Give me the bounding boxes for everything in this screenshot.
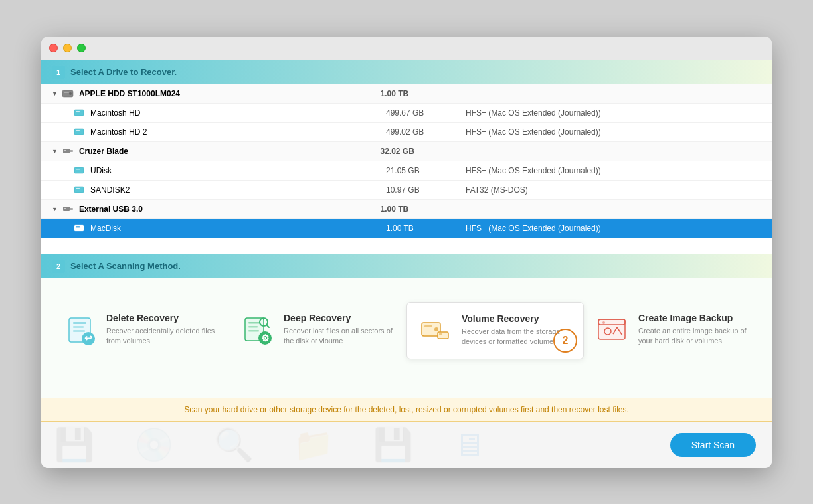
- svg-rect-18: [76, 226, 80, 228]
- bg-icon-6: 🖥: [453, 426, 485, 463]
- svg-rect-3: [74, 110, 84, 116]
- create-image-icon: [594, 313, 629, 347]
- volume-icon: [73, 107, 85, 119]
- close-button[interactable]: [49, 44, 58, 52]
- expand-icon: ▼: [52, 90, 58, 97]
- volume-recovery-icon: [418, 313, 452, 348]
- drive-size: 499.67 GB: [386, 108, 466, 118]
- drive-name: UDisk: [90, 166, 386, 175]
- section1-number: 1: [52, 66, 65, 79]
- drive-name: APPLE HDD ST1000LM024: [79, 89, 381, 98]
- section2-number: 2: [52, 260, 65, 273]
- svg-text:⚙: ⚙: [261, 333, 270, 343]
- drive-row[interactable]: Macintosh HD 2 499.02 GB HFS+ (Mac OS Ex…: [41, 123, 772, 142]
- svg-rect-15: [70, 208, 73, 210]
- bottom-bar: 💾 💿 🔍 📁 💾 🖥 Start Scan: [41, 422, 772, 468]
- svg-point-41: [602, 321, 605, 324]
- drive-name: SANDISK2: [90, 185, 386, 195]
- drive-name: Macintosh HD: [90, 108, 386, 118]
- drive-row[interactable]: ▼ Cruzer Blade 32.02 GB: [41, 142, 772, 161]
- drive-row[interactable]: UDisk 21.05 GB HFS+ (Mac OS Extended (Jo…: [41, 161, 772, 181]
- svg-rect-8: [70, 150, 73, 152]
- drive-row-selected[interactable]: MacDisk 1.00 TB HFS+ (Mac OS Extended (J…: [41, 219, 772, 238]
- method-volume-recovery[interactable]: Volume Recovery Recover data from the st…: [406, 302, 584, 359]
- svg-rect-38: [598, 319, 625, 339]
- usb-icon: [62, 203, 74, 215]
- bg-icon-4: 📁: [294, 426, 333, 463]
- svg-rect-12: [74, 187, 84, 193]
- app-window: 1 Select A Drive to Recover. ▼ APPLE HDD…: [41, 37, 772, 468]
- svg-rect-11: [76, 169, 80, 170]
- info-text: Scan your hard drive or other storage de…: [184, 405, 629, 414]
- scan-methods-container: ↩ Delete Recovery Recover accidentally d…: [41, 278, 772, 398]
- drive-format: HFS+ (Mac OS Extended (Journaled)): [466, 127, 761, 137]
- svg-rect-34: [424, 325, 432, 327]
- bg-icon-5: 💾: [373, 426, 413, 463]
- svg-point-2: [69, 92, 72, 95]
- method-deep-recovery-wrap: ⚙ Deep Recovery Recover lost files on al…: [229, 302, 406, 359]
- method-title: Deep Recovery: [284, 313, 396, 323]
- drive-row[interactable]: SANDISK2 10.97 GB FAT32 (MS-DOS): [41, 181, 772, 200]
- drive-list: ▼ APPLE HDD ST1000LM024 1.00 TB Macintos: [41, 84, 772, 254]
- method-title: Volume Recovery: [462, 313, 573, 324]
- method-delete-recovery-text: Delete Recovery Recover accidentally del…: [106, 313, 219, 347]
- drive-row[interactable]: ▼ External USB 3.0 1.00 TB: [41, 200, 772, 219]
- svg-rect-26: [248, 322, 260, 324]
- start-scan-button[interactable]: Start Scan: [670, 433, 756, 457]
- drive-size: 1.00 TB: [386, 224, 466, 233]
- svg-rect-10: [74, 167, 84, 173]
- minimize-button[interactable]: [63, 44, 72, 52]
- fullscreen-button[interactable]: [77, 44, 86, 52]
- svg-rect-22: [73, 330, 85, 332]
- method-desc: Recover accidentally deleted files from …: [106, 326, 219, 347]
- methods-grid: ↩ Delete Recovery Recover accidentally d…: [52, 302, 761, 359]
- svg-rect-28: [248, 330, 259, 332]
- svg-rect-21: [73, 326, 84, 328]
- method-deep-recovery-text: Deep Recovery Recover lost files on all …: [284, 313, 396, 347]
- svg-rect-16: [64, 208, 66, 209]
- drive-size: 21.05 GB: [386, 166, 466, 175]
- titlebar: [41, 37, 772, 60]
- svg-rect-17: [74, 225, 84, 231]
- svg-rect-9: [64, 150, 66, 151]
- method-title: Delete Recovery: [106, 313, 219, 323]
- section2-label: Select A Scanning Method.: [70, 261, 181, 271]
- bg-icon-1: 💾: [54, 426, 94, 463]
- volume-icon: [73, 165, 85, 177]
- svg-rect-7: [63, 149, 70, 153]
- svg-text:↩: ↩: [84, 333, 92, 343]
- method-delete-recovery[interactable]: ↩ Delete Recovery Recover accidentally d…: [52, 302, 229, 358]
- spacer: [41, 238, 772, 254]
- drive-row[interactable]: ▼ APPLE HDD ST1000LM024 1.00 TB: [41, 84, 772, 104]
- section1-label: Select A Drive to Recover.: [70, 67, 177, 77]
- method-title: Create Image Backup: [638, 313, 751, 323]
- svg-rect-36: [438, 332, 448, 339]
- method-create-image[interactable]: Create Image Backup Create an entire ima…: [584, 302, 761, 358]
- drive-row[interactable]: Macintosh HD 499.67 GB HFS+ (Mac OS Exte…: [41, 104, 772, 123]
- drive-size: 10.97 GB: [386, 185, 466, 195]
- volume-icon: [73, 126, 85, 138]
- drive-size: 1.00 TB: [380, 205, 460, 214]
- method-volume-recovery-wrap: Volume Recovery Recover data from the st…: [406, 302, 584, 359]
- svg-rect-20: [73, 322, 86, 324]
- expand-icon: ▼: [52, 148, 58, 155]
- method-deep-recovery[interactable]: ⚙ Deep Recovery Recover lost files on al…: [229, 302, 406, 358]
- bottom-bar-background: 💾 💿 🔍 📁 💾 🖥: [41, 422, 772, 468]
- svg-rect-37: [439, 333, 442, 335]
- svg-rect-6: [76, 130, 80, 131]
- step-badge: 2: [553, 329, 577, 353]
- section2-header: 2 Select A Scanning Method.: [41, 254, 772, 278]
- svg-rect-4: [76, 111, 80, 112]
- svg-rect-1: [64, 92, 69, 93]
- drive-size: 32.02 GB: [380, 147, 460, 156]
- drive-name: Cruzer Blade: [79, 147, 381, 156]
- deep-recovery-icon: ⚙: [240, 313, 274, 347]
- svg-rect-14: [63, 207, 70, 211]
- svg-point-35: [434, 327, 438, 331]
- svg-rect-5: [74, 129, 84, 135]
- drive-name: MacDisk: [90, 224, 386, 233]
- drive-format: HFS+ (Mac OS Extended (Journaled)): [466, 108, 761, 118]
- drive-format: HFS+ (Mac OS Extended (Journaled)): [466, 166, 761, 175]
- method-desc: Recover lost files on all sectors of the…: [284, 326, 396, 347]
- drive-size: 1.00 TB: [380, 89, 460, 98]
